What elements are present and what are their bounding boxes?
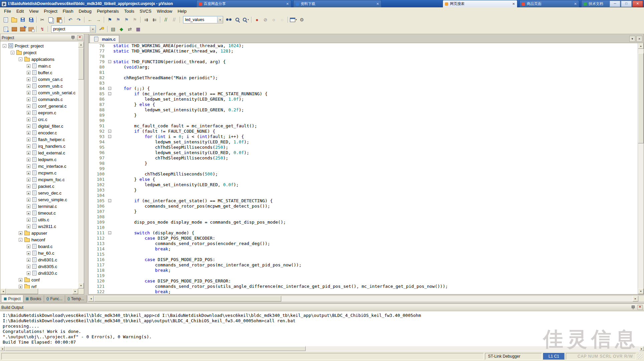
tab-close-icon[interactable]: ✕ bbox=[286, 2, 289, 6]
expand-icon[interactable]: + bbox=[27, 91, 30, 95]
expand-icon[interactable]: + bbox=[27, 211, 30, 215]
maximize-button[interactable]: □ bbox=[621, 1, 632, 7]
tree-file-comm_can.c[interactable]: +comm_can.c bbox=[1, 76, 78, 83]
bookmark-prev-icon[interactable]: ⚑ bbox=[114, 16, 122, 24]
tree-file-irq_handlers.c[interactable]: +irq_handlers.c bbox=[1, 143, 78, 149]
redo-icon[interactable]: ↷ bbox=[74, 16, 83, 24]
tree-file-hw_60.c[interactable]: +hw_60.c bbox=[1, 250, 78, 256]
expand-icon[interactable]: + bbox=[27, 198, 30, 202]
panel-tab-project[interactable]: ▦Project bbox=[1, 295, 23, 303]
menu-debug[interactable]: Debug bbox=[76, 8, 94, 15]
tree-file-conf_general.c[interactable]: +conf_general.c bbox=[1, 103, 78, 109]
menu-peripherals[interactable]: Peripherals bbox=[94, 8, 122, 15]
expand-icon[interactable]: + bbox=[27, 185, 30, 188]
scrollbar-thumb[interactable] bbox=[6, 288, 38, 294]
panel-tab-temp[interactable]: ()Temp... bbox=[65, 295, 87, 303]
scroll-right-icon[interactable]: ► bbox=[639, 346, 644, 351]
tree-group-project[interactable]: -project bbox=[1, 49, 78, 56]
expand-icon[interactable]: + bbox=[27, 71, 30, 75]
breakpoint-disable-icon[interactable]: ⊘ bbox=[261, 16, 270, 24]
tree-horizontal-scrollbar[interactable]: ◄ ► bbox=[0, 288, 78, 294]
editor-vertical-scrollbar[interactable]: ▲ ▼ bbox=[638, 43, 644, 294]
expand-icon[interactable]: + bbox=[27, 218, 30, 222]
expand-icon[interactable]: + bbox=[27, 104, 30, 108]
tree-file-comm_usb_serial.c[interactable]: +comm_usb_serial.c bbox=[1, 89, 78, 96]
manage-runtime-icon[interactable]: ◆ bbox=[117, 25, 126, 33]
tree-folder-hwconf[interactable]: -hwconf bbox=[1, 236, 78, 243]
scrollbar-thumb[interactable] bbox=[5, 346, 306, 351]
tree-file-eeprom.c[interactable]: +eeprom.c bbox=[1, 109, 78, 116]
editor-tab-main-c[interactable]: main.c bbox=[90, 35, 119, 43]
expand-icon[interactable]: + bbox=[27, 151, 30, 155]
scrollbar-thumb[interactable] bbox=[638, 53, 644, 143]
find-text-combo[interactable]: led_values▾ bbox=[183, 16, 223, 23]
menu-window[interactable]: Window bbox=[154, 8, 175, 15]
target-select-combo[interactable]: project▾ bbox=[51, 25, 96, 33]
panel-tab-func[interactable]: {}Func... bbox=[44, 295, 65, 303]
background-browser-tab[interactable]: 资料下载✕ bbox=[293, 0, 381, 7]
collapse-icon[interactable]: - bbox=[19, 57, 22, 61]
scroll-left-icon[interactable]: ◄ bbox=[0, 346, 5, 351]
close-panel-icon[interactable]: ✕ bbox=[637, 305, 643, 310]
collapse-icon[interactable]: - bbox=[19, 238, 22, 242]
menu-project[interactable]: Project bbox=[41, 8, 60, 15]
scrollbar-thumb[interactable] bbox=[78, 48, 84, 80]
save-icon[interactable] bbox=[18, 16, 27, 24]
expand-icon[interactable]: + bbox=[27, 118, 30, 121]
expand-icon[interactable]: + bbox=[27, 271, 30, 275]
tab-close-icon[interactable]: ✕ bbox=[574, 2, 577, 6]
uncomment-icon[interactable]: // bbox=[170, 16, 178, 24]
menu-edit[interactable]: Edit bbox=[14, 8, 26, 15]
scroll-up-icon[interactable]: ▲ bbox=[78, 42, 84, 47]
tree-file-packet.c[interactable]: +packet.c bbox=[1, 183, 78, 190]
tab-close-icon[interactable]: ✕ bbox=[636, 36, 642, 42]
fold-collapse-icon[interactable]: - bbox=[108, 60, 111, 63]
build-icon[interactable] bbox=[10, 25, 18, 33]
menu-flash[interactable]: Flash bbox=[60, 8, 76, 15]
expand-icon[interactable]: + bbox=[27, 98, 30, 101]
menu-file[interactable]: File bbox=[1, 8, 14, 15]
collapse-icon[interactable]: - bbox=[3, 44, 6, 48]
tab-close-icon[interactable]: ✕ bbox=[376, 2, 379, 6]
tree-file-main.c[interactable]: +main.c bbox=[1, 63, 78, 69]
scroll-right-icon[interactable]: ► bbox=[72, 288, 78, 294]
background-browser-tab[interactable]: 网页搜索✕ bbox=[443, 0, 517, 7]
tree-file-drv8301.c[interactable]: +drv8301.c bbox=[1, 256, 78, 263]
fold-collapse-icon[interactable]: - bbox=[108, 130, 111, 133]
expand-icon[interactable]: + bbox=[27, 78, 30, 81]
tree-folder-appuser[interactable]: +appuser bbox=[1, 230, 78, 236]
expand-icon[interactable]: + bbox=[27, 205, 30, 208]
window-layout-icon[interactable]: ▾ bbox=[289, 16, 298, 24]
menu-view[interactable]: View bbox=[26, 8, 41, 15]
tree-file-terminal.c[interactable]: +terminal.c bbox=[1, 203, 78, 210]
tree-file-encoder.c[interactable]: +encoder.c bbox=[1, 129, 78, 136]
tree-file-board.c[interactable]: +board.c bbox=[1, 243, 78, 250]
tree-file-drv8305.c[interactable]: +drv8305.c bbox=[1, 263, 78, 270]
expand-icon[interactable]: + bbox=[27, 64, 30, 68]
collapse-icon[interactable]: - bbox=[11, 51, 14, 54]
tree-file-mcpwm_foc.c[interactable]: +mcpwm_foc.c bbox=[1, 176, 78, 183]
scroll-right-icon[interactable]: ► bbox=[633, 296, 638, 302]
tree-file-utils.c[interactable]: +utils.c bbox=[1, 216, 78, 223]
tab-scroll-icon[interactable]: ▼ bbox=[629, 36, 635, 42]
fold-collapse-icon[interactable]: - bbox=[108, 87, 111, 90]
expand-icon[interactable]: + bbox=[27, 265, 30, 268]
rebuild-all-icon[interactable] bbox=[18, 25, 27, 33]
expand-icon[interactable]: + bbox=[27, 131, 30, 135]
cut-icon[interactable]: ✂ bbox=[38, 16, 46, 24]
expand-icon[interactable]: + bbox=[27, 158, 30, 161]
flash-download-icon[interactable]: ↯ bbox=[38, 25, 46, 33]
fold-collapse-icon[interactable]: - bbox=[108, 135, 111, 138]
expand-icon[interactable]: + bbox=[27, 225, 30, 228]
background-browser-tab[interactable]: 商品页面✕ bbox=[519, 0, 579, 7]
tree-file-drv8320.c[interactable]: +drv8320.c bbox=[1, 270, 78, 276]
bookmark-clear-icon[interactable]: ⚑ bbox=[131, 16, 139, 24]
tree-file-servo_dec.c[interactable]: +servo_dec.c bbox=[1, 190, 78, 196]
expand-icon[interactable]: + bbox=[27, 178, 30, 182]
tree-file-servo_simple.c[interactable]: +servo_simple.c bbox=[1, 196, 78, 203]
bookmark-next-icon[interactable]: ⚑ bbox=[122, 16, 131, 24]
scroll-down-icon[interactable]: ▼ bbox=[78, 283, 84, 288]
paste-icon[interactable] bbox=[55, 16, 63, 24]
expand-icon[interactable]: + bbox=[27, 258, 30, 262]
new-file-icon[interactable] bbox=[2, 16, 10, 24]
